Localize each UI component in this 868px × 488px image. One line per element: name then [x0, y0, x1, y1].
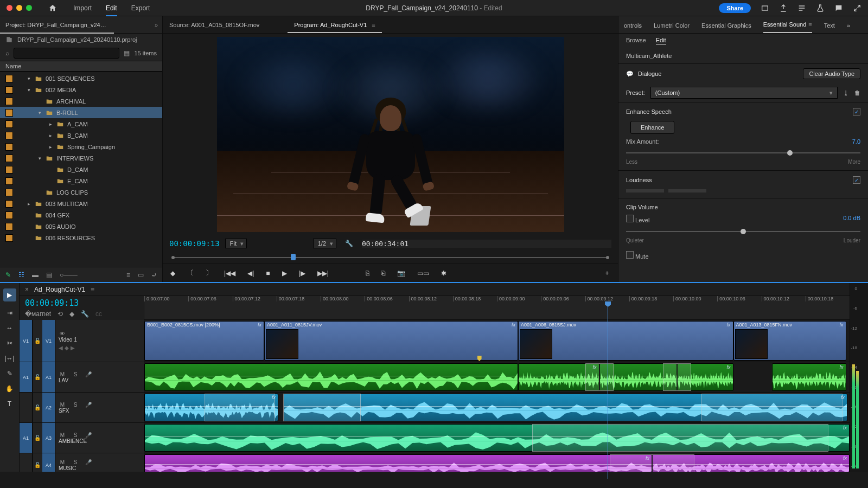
enhance-checkbox[interactable]: ✓: [853, 108, 860, 115]
tab-edit[interactable]: Edit: [106, 4, 117, 16]
crossfade[interactable]: [701, 394, 843, 421]
bin-row[interactable]: ▾002 MEDIA: [0, 84, 162, 95]
tab-import[interactable]: Import: [73, 4, 92, 12]
go-to-out-icon[interactable]: ▶▶|: [317, 269, 329, 277]
bin-row[interactable]: ▾B-ROLL: [0, 107, 162, 118]
sequence-name[interactable]: Ad_RoughCut-V1: [34, 286, 85, 293]
timeline-menu-icon[interactable]: ≡: [91, 286, 94, 293]
project-tab[interactable]: Project: DRYP_Fall_Campaign_v24_20240110…: [0, 16, 114, 34]
level-value[interactable]: 0.0 dB: [843, 215, 860, 223]
track-header[interactable]: V1 🔓 V1 👁 Video 1◀ ◆ ▶: [20, 320, 144, 362]
button-editor-icon[interactable]: ＋: [604, 268, 618, 278]
beaker-icon[interactable]: [816, 4, 825, 12]
proxy-toggle-icon[interactable]: ✱: [441, 269, 446, 277]
program-tab-menu-icon[interactable]: ≡: [372, 22, 375, 28]
track-select-tool-icon[interactable]: ⇥: [7, 309, 12, 317]
preset-dropdown[interactable]: (Custom): [650, 87, 838, 99]
play-stop-icon[interactable]: ■: [266, 269, 270, 277]
tab-essential-graphics[interactable]: Essential Graphics: [701, 22, 751, 33]
maximize-window-button[interactable]: [26, 5, 32, 11]
voice-over-icon[interactable]: 🎤: [85, 432, 92, 438]
linked-selection-icon[interactable]: ⟲: [58, 310, 63, 318]
comparison-view-icon[interactable]: ▭▭: [417, 269, 429, 277]
toggle-output-icon[interactable]: 👁: [59, 331, 66, 337]
chat-icon[interactable]: [834, 4, 843, 12]
track-header[interactable]: A1 🔓 A1 MS🎤 LAV: [20, 362, 144, 393]
mix-amount-slider[interactable]: [626, 149, 860, 157]
tab-essential-sound[interactable]: Essential Sound≡: [763, 21, 812, 33]
mark-out-bracket-icon[interactable]: 〕: [206, 268, 212, 278]
share-button[interactable]: Share: [719, 3, 751, 13]
voice-over-icon[interactable]: 🎤: [85, 459, 92, 465]
pen-tool-icon[interactable]: ✎: [7, 370, 12, 377]
selection-tool-icon[interactable]: ▶: [3, 288, 16, 301]
export-icon[interactable]: [779, 4, 788, 12]
tab-effect-controls[interactable]: ontrols: [624, 22, 642, 33]
timeline-close-icon[interactable]: ×: [25, 286, 29, 293]
mark-in-icon[interactable]: ◆: [170, 269, 175, 277]
mute-button[interactable]: M: [59, 371, 66, 377]
program-monitor[interactable]: [163, 34, 618, 235]
es-browse-tab[interactable]: Browse: [626, 37, 646, 45]
loudness-header[interactable]: Loudness: [626, 177, 652, 183]
preset-save-icon[interactable]: ⭳: [843, 89, 849, 96]
mix-amount-value[interactable]: 7.0: [852, 138, 860, 145]
track-header[interactable]: 🔓 A2 MS🎤 SFX: [20, 393, 144, 423]
bin-row[interactable]: 004 GFX: [0, 209, 162, 221]
crossfade[interactable]: [585, 363, 614, 391]
lock-icon[interactable]: 🔓: [33, 338, 42, 344]
program-tab[interactable]: Program: Ad_RoughCut-V1 ≡: [288, 16, 381, 33]
program-timecode[interactable]: 00:00:09:13: [169, 239, 220, 248]
close-window-button[interactable]: [7, 5, 12, 11]
list-view-icon[interactable]: ☷: [18, 271, 24, 279]
zoom-slider-icon[interactable]: ○───: [60, 271, 78, 279]
crossfade[interactable]: [532, 424, 828, 452]
step-fwd-icon[interactable]: |▶: [299, 269, 305, 277]
track-lanes[interactable]: B001_B002_0815CS.mov [200%]fxA001_A011_0…: [144, 320, 850, 472]
bin-row[interactable]: ▸Spring_Campaign: [0, 141, 162, 152]
solo-button[interactable]: S: [72, 432, 79, 438]
fit-dropdown[interactable]: Fit: [225, 239, 247, 248]
freeform-view-icon[interactable]: ▤: [46, 271, 52, 279]
lock-icon[interactable]: 🔓: [33, 374, 42, 380]
tab-export[interactable]: Export: [131, 4, 150, 12]
es-edit-tab[interactable]: Edit: [656, 37, 666, 45]
level-slider[interactable]: [626, 228, 860, 235]
source-patch[interactable]: [20, 453, 33, 472]
razor-tool-icon[interactable]: ✂: [7, 339, 12, 347]
clip[interactable]: B001_B002_0815CS.mov [200%]fx: [144, 321, 264, 361]
home-icon[interactable]: [48, 4, 57, 12]
tab-lumetri[interactable]: Lumetri Color: [654, 22, 690, 33]
icon-view-icon[interactable]: ▬: [32, 271, 39, 279]
bin-row[interactable]: D_CAM: [0, 164, 162, 175]
minimize-window-button[interactable]: [16, 5, 22, 11]
marker-add-icon[interactable]: ◆: [69, 310, 74, 318]
voice-over-icon[interactable]: 🎤: [85, 402, 92, 408]
target-patch[interactable]: V1: [42, 320, 55, 362]
level-checkbox[interactable]: [626, 215, 634, 222]
bin-row[interactable]: ARCHIVAL: [0, 95, 162, 107]
target-patch[interactable]: A1: [42, 362, 55, 392]
bin-row[interactable]: ▸003 MULTICAM: [0, 198, 162, 209]
crossfade[interactable]: [610, 454, 694, 472]
bin-row[interactable]: 006 RESOURCES: [0, 232, 162, 243]
source-patch[interactable]: [20, 393, 33, 422]
extract-icon[interactable]: ⎗: [381, 269, 385, 277]
timeline-settings-icon[interactable]: 🔧: [81, 310, 89, 318]
solo-button[interactable]: S: [72, 371, 79, 377]
preset-delete-icon[interactable]: 🗑: [854, 89, 860, 96]
timeline-timecode[interactable]: 00:00:09:13: [25, 298, 138, 308]
lock-icon[interactable]: 🔓: [33, 462, 42, 468]
enhance-button[interactable]: Enhance: [630, 121, 674, 134]
source-tab[interactable]: Source: A001_A015_0815OF.mov: [163, 16, 266, 33]
clip[interactable]: [144, 363, 518, 391]
lift-icon[interactable]: ⎘: [366, 269, 369, 277]
ripple-tool-icon[interactable]: ↔: [7, 324, 13, 332]
mark-in-bracket-icon[interactable]: 〔: [187, 268, 194, 278]
project-tabs-overflow-icon[interactable]: »: [150, 22, 162, 28]
mute-button[interactable]: M: [59, 432, 66, 438]
loudness-checkbox[interactable]: ✓: [853, 176, 860, 184]
project-search-input[interactable]: [14, 48, 119, 59]
bin-row[interactable]: ▾INTERVIEWS: [0, 152, 162, 164]
target-patch[interactable]: A2: [42, 393, 55, 422]
